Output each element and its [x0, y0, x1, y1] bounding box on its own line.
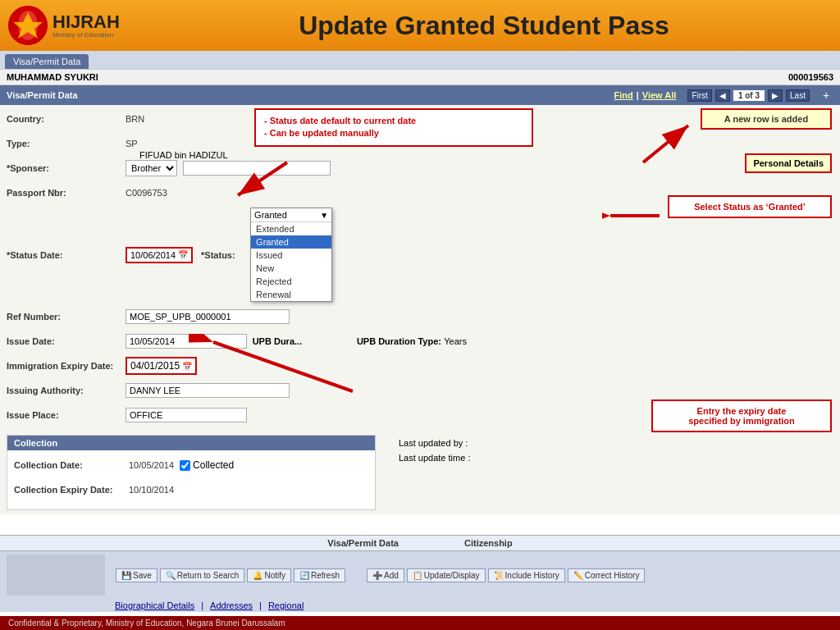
collection-expiry-label: Collection Expiry Date:: [14, 485, 129, 495]
issue-place-input[interactable]: [126, 408, 247, 422]
ref-input[interactable]: [126, 309, 290, 324]
status-option-rejected[interactable]: Rejected: [251, 275, 331, 288]
sponsor-select[interactable]: Brother: [126, 160, 177, 176]
search-icon: 🔍: [166, 571, 176, 580]
new-row-callout: A new row is added: [701, 108, 832, 130]
page-title: Update Granted Student Pass: [136, 11, 832, 41]
status-option-new[interactable]: New: [251, 262, 331, 275]
last-updated-by: Last updated by :: [399, 438, 833, 448]
refresh-btn[interactable]: 🔄Refresh: [294, 568, 345, 582]
collection-date-row: Collection Date: 10/05/2014 Collected: [14, 455, 368, 475]
add-btn[interactable]: ➕Add: [367, 568, 404, 582]
status-label: *Status:: [201, 250, 250, 260]
calendar-icon[interactable]: 📅: [178, 250, 188, 259]
passport-label: Passport Nbr:: [7, 188, 126, 198]
collection-expiry-value: 10/10/2014: [129, 485, 174, 495]
bottom-tab-citizenship[interactable]: Citizenship: [464, 538, 513, 548]
toolbar: 💾Save 🔍Return to Search 🔔Notify 🔄Refresh…: [0, 551, 840, 599]
immigration-calendar-icon[interactable]: 📅: [182, 362, 192, 371]
next-btn[interactable]: ▶: [768, 89, 783, 102]
prev-btn[interactable]: ◀: [715, 89, 730, 102]
select-status-callout-text: Select Status as ‘Granted’: [694, 202, 806, 212]
ref-row: Ref Number:: [7, 307, 833, 326]
include-history-btn[interactable]: 📜Include History: [488, 568, 565, 582]
first-btn[interactable]: First: [687, 89, 711, 102]
collection-date-value: 10/05/2014: [129, 460, 174, 470]
nav-sep1: |: [201, 600, 203, 610]
issue-date-input[interactable]: [126, 334, 247, 349]
nav-controls: Find | View All First ◀ 1 of 3 ▶ Last +: [614, 88, 833, 103]
return-search-btn[interactable]: 🔍Return to Search: [160, 568, 245, 582]
collection-expiry-row: Collection Expiry Date: 10/10/2014: [14, 480, 368, 500]
status-selected-display: Granted: [254, 210, 320, 220]
logo-icon: [8, 6, 48, 45]
new-row-callout-text: A new row is added: [724, 114, 808, 124]
bottom-nav-links: Biographical Details | Addresses | Regio…: [0, 599, 840, 612]
correct-history-btn[interactable]: ✏️Correct History: [568, 568, 646, 582]
status-option-extended[interactable]: Extended: [251, 222, 331, 235]
status-date-callout: - Status date default to current date- C…: [254, 108, 533, 147]
bottom-tab-links: Visa/Permit Data Citizenship: [0, 535, 840, 551]
student-name: MUHAMMAD SYUKRI: [7, 72, 98, 82]
logo-text: HIJRAH: [52, 13, 120, 31]
section-header: Visa/Permit Data Find | View All First ◀…: [0, 85, 840, 105]
history-icon: 📜: [494, 571, 504, 580]
add-row-btn[interactable]: +: [819, 88, 833, 103]
entry-callout: Entry the expiry datespecified by immigr…: [651, 399, 832, 432]
last-btn[interactable]: Last: [786, 89, 810, 102]
add-icon: ➕: [372, 571, 382, 580]
status-date-input[interactable]: 10/06/2014 📅: [126, 247, 193, 263]
find-link[interactable]: Find: [614, 90, 632, 100]
collection-header: Collection: [7, 436, 375, 450]
regional-link[interactable]: Regional: [268, 600, 304, 610]
sponsor-label: *Sponser:: [7, 163, 126, 173]
status-dropdown-header: Granted ▼: [251, 208, 331, 222]
save-btn[interactable]: 💾Save: [116, 568, 158, 582]
biographical-link[interactable]: Biographical Details: [115, 600, 194, 610]
logo-area: HIJRAH Ministry of Education: [8, 6, 120, 45]
status-date-value: 10/06/2014: [130, 250, 176, 260]
status-date-label: *Status Date:: [7, 250, 126, 260]
section-title: Visa/Permit Data: [7, 90, 78, 100]
correct-icon: ✏️: [573, 571, 583, 580]
collection-panel: Collection Collection Date: 10/05/2014 C…: [7, 435, 376, 510]
collected-label: Collected: [193, 459, 234, 471]
immigration-date-input[interactable]: 04/01/2015 📅: [126, 357, 197, 375]
issuing-input[interactable]: [126, 383, 290, 398]
upb-duration-label: UPB Dura...: [253, 336, 303, 346]
addresses-link[interactable]: Addresses: [210, 600, 253, 610]
bottom-tab-visa[interactable]: Visa/Permit Data: [327, 538, 399, 548]
nav-sep2: |: [259, 600, 262, 610]
status-option-renewal[interactable]: Renewal: [251, 288, 331, 301]
dropdown-arrow-icon[interactable]: ▼: [320, 211, 328, 220]
update-icon: 📋: [413, 571, 422, 580]
sponsor-row: *Sponser: Brother FIFUAD bin HADIZUL: [7, 158, 833, 178]
sponsor-name-display: FIFUAD bin HADIZUL: [139, 150, 228, 160]
type-value: SP: [126, 139, 138, 148]
issue-place-label: Issue Place:: [7, 410, 126, 420]
upb-duration-type-value: Years: [444, 336, 467, 346]
status-date-callout-text: - Status date default to current date- C…: [264, 116, 416, 138]
issuing-label: Issuing Authority:: [7, 386, 126, 395]
form-section: Country: BRN Type: SP *Sponser: Brother …: [0, 105, 840, 514]
status-option-granted[interactable]: Granted: [251, 235, 331, 249]
collected-checkbox[interactable]: [180, 460, 190, 471]
select-status-callout: Select Status as ‘Granted’: [668, 195, 832, 218]
student-info: MUHAMMAD SYUKRI 000019563: [0, 69, 840, 85]
logo-sub: Ministry of Education: [52, 31, 120, 39]
collection-body: Collection Date: 10/05/2014 Collected Co…: [7, 450, 375, 509]
notify-btn[interactable]: 🔔Notify: [247, 568, 291, 582]
footer: Confidential & Proprietary, Ministry of …: [0, 616, 840, 630]
tab-visa-permit[interactable]: Visa/Permit Data: [5, 54, 89, 69]
student-id: 000019563: [788, 72, 833, 82]
personal-details-btn[interactable]: Personal Details: [745, 153, 832, 173]
save-icon: 💾: [121, 571, 131, 580]
status-dropdown[interactable]: Granted ▼ Extended Granted Issued New Re…: [250, 208, 332, 302]
page-indicator: 1 of 3: [733, 90, 765, 101]
view-all-link[interactable]: View All: [642, 90, 677, 100]
ref-label: Ref Number:: [7, 312, 126, 322]
status-option-issued[interactable]: Issued: [251, 249, 331, 262]
sponsor-name-input[interactable]: [183, 161, 331, 176]
refresh-icon: 🔄: [299, 571, 309, 580]
update-display-btn[interactable]: 📋Update/Display: [407, 568, 486, 582]
